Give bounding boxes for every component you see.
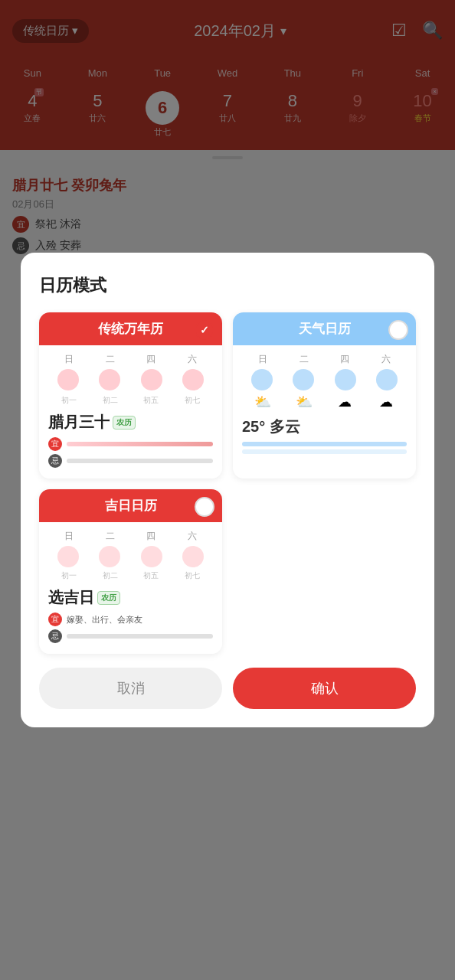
weather-bar-2	[242, 449, 407, 454]
lunar-display: 腊月三十 农历	[48, 412, 213, 433]
traditional-body: 日 二 四 六 初一 初二 初五 初七	[39, 345, 222, 479]
nong-badge-aus: 农历	[97, 591, 120, 605]
radio-weather[interactable]	[388, 320, 408, 340]
traditional-subs: 初一 初二 初五 初七	[48, 395, 213, 406]
traditional-mini-header: 日 二 四 六	[48, 353, 213, 366]
nong-badge: 农历	[113, 416, 136, 430]
yi-badge-aus: 宜	[48, 612, 62, 626]
traditional-dots	[48, 369, 213, 390]
weather-body: 日 二 四 六 ⛅ ⛅ ☁ ☁	[233, 345, 416, 465]
auspicious-mini-header: 日 二 四 六	[48, 530, 213, 543]
weather-icons-row: ⛅ ⛅ ☁ ☁	[242, 394, 407, 410]
xuan-ri-display: 选吉日 农历	[48, 587, 213, 608]
modal-overlay: 日历模式 传统万年历 日 二 四 六	[0, 0, 455, 980]
weather-dots	[242, 369, 407, 390]
ji-row: 忌	[48, 454, 213, 468]
auspicious-body: 日 二 四 六 初一 初二 初五 初七	[39, 522, 222, 654]
radio-auspicious[interactable]	[195, 497, 214, 517]
ji-badge: 忌	[48, 454, 62, 468]
yi-row: 宜	[48, 437, 213, 451]
option-auspicious[interactable]: 吉日日历 日 二 四 六 初一	[39, 489, 222, 654]
yi-bar	[67, 442, 213, 446]
ji-row-aus: 忌	[48, 629, 213, 643]
confirm-button[interactable]: 确认	[233, 668, 416, 709]
modal-bottom-option: 吉日日历 日 二 四 六 初一	[39, 489, 416, 657]
ji-bar-aus	[67, 634, 213, 639]
yi-row-aus: 宜 嫁娶、出行、会亲友	[48, 612, 213, 626]
modal-options-grid: 传统万年历 日 二 四 六 初	[39, 312, 416, 479]
modal-title: 日历模式	[39, 274, 416, 297]
cancel-button[interactable]: 取消	[39, 668, 222, 709]
option-weather[interactable]: 天气日历 日 二 四 六 ⛅	[233, 312, 416, 479]
auspicious-subs: 初一 初二 初五 初七	[48, 570, 213, 581]
weather-temp: 25° 多云	[242, 416, 407, 437]
option-traditional[interactable]: 传统万年历 日 二 四 六 初	[39, 312, 222, 479]
auspicious-dots	[48, 546, 213, 567]
radio-traditional[interactable]	[195, 320, 214, 340]
ji-badge-aus: 忌	[48, 629, 62, 643]
yi-badge: 宜	[48, 437, 62, 451]
calendar-mode-modal: 日历模式 传统万年历 日 二 四 六	[21, 253, 434, 727]
weather-bar-1	[242, 442, 407, 446]
modal-buttons: 取消 确认	[39, 668, 416, 709]
ji-bar	[67, 459, 213, 463]
weather-mini-header: 日 二 四 六	[242, 353, 407, 366]
